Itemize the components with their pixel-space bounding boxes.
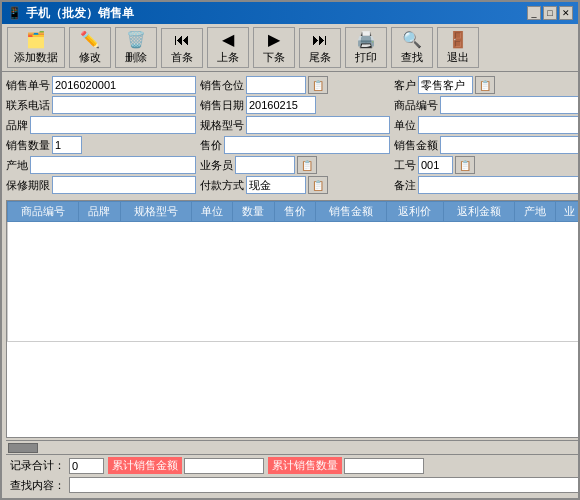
warehouse-label: 销售仓位	[200, 78, 244, 93]
salesperson-label: 业务员	[200, 158, 233, 173]
title-bar-left: 📱 手机（批发）销售单	[7, 5, 134, 22]
cumulative-qty-label: 累计销售数量	[268, 457, 342, 474]
search-bar: 查找内容：	[6, 476, 578, 494]
qty-summary: 累计销售数量	[268, 457, 424, 474]
price-label: 售价	[200, 138, 222, 153]
product-table: 商品编号 品牌 规格型号 单位 数量 售价 销售金额 返利价 返利金额 产地 业	[7, 201, 578, 342]
worker-label: 工号	[394, 158, 416, 173]
worker-input[interactable]	[418, 156, 453, 174]
customer-input[interactable]	[418, 76, 473, 94]
col-brand: 品牌	[79, 202, 121, 222]
next-button[interactable]: ▶ 下条	[253, 27, 295, 68]
total-sales-label: 销售金额	[394, 138, 438, 153]
origin-input[interactable]	[30, 156, 196, 174]
window-title: 手机（批发）销售单	[26, 5, 134, 22]
add-data-button[interactable]: 🗂️ 添加数据	[7, 27, 65, 68]
maximize-button[interactable]: □	[543, 6, 557, 20]
last-icon: ⏭	[312, 31, 328, 49]
total-sales-row: 销售金额	[394, 136, 578, 154]
contact-phone-row: 联系电话	[6, 96, 196, 114]
next-icon: ▶	[268, 30, 280, 49]
unit-input[interactable]	[418, 116, 578, 134]
sales-date-label: 销售日期	[200, 98, 244, 113]
title-bar-controls: _ □ ✕	[527, 6, 573, 20]
first-button[interactable]: ⏮ 首条	[161, 28, 203, 68]
product-number-row: 商品编号	[394, 96, 578, 114]
sales-order-label: 销售单号	[6, 78, 50, 93]
sales-order-row: 销售单号	[6, 76, 196, 94]
contact-phone-input[interactable]	[52, 96, 196, 114]
sales-summary: 累计销售金额	[108, 457, 264, 474]
exit-icon: 🚪	[448, 30, 468, 49]
search-label: 查找	[401, 50, 423, 65]
main-area: 销售单号 联系电话 品牌 销售数量	[2, 72, 578, 498]
col-rebate-amount: 返利金额	[443, 202, 514, 222]
edit-icon: ✏️	[80, 30, 100, 49]
product-number-input[interactable]	[440, 96, 578, 114]
origin-row: 产地	[6, 156, 196, 174]
cumulative-sales-input[interactable]	[184, 458, 264, 474]
close-button[interactable]: ✕	[559, 6, 573, 20]
model-input[interactable]	[246, 116, 390, 134]
remarks-label: 备注	[394, 178, 416, 193]
warranty-input[interactable]	[52, 176, 196, 194]
prev-button[interactable]: ◀ 上条	[207, 27, 249, 68]
price-input[interactable]	[224, 136, 390, 154]
brand-label: 品牌	[6, 118, 28, 133]
salesperson-input[interactable]	[235, 156, 295, 174]
delete-button[interactable]: 🗑️ 删除	[115, 27, 157, 68]
print-button[interactable]: 🖨️ 打印	[345, 27, 387, 68]
price-row: 售价	[200, 136, 390, 154]
search-content-input[interactable]	[69, 477, 578, 493]
salesperson-row: 业务员 📋	[200, 156, 390, 174]
edit-button[interactable]: ✏️ 修改	[69, 27, 111, 68]
horizontal-scrollbar[interactable]	[6, 440, 578, 454]
minimize-button[interactable]: _	[527, 6, 541, 20]
table-header-row: 商品编号 品牌 规格型号 单位 数量 售价 销售金额 返利价 返利金额 产地 业	[8, 202, 579, 222]
next-label: 下条	[263, 50, 285, 65]
warehouse-input[interactable]	[246, 76, 306, 94]
search-icon: 🔍	[402, 30, 422, 49]
brand-input[interactable]	[30, 116, 196, 134]
product-number-label: 商品编号	[394, 98, 438, 113]
title-bar: 📱 手机（批发）销售单 _ □ ✕	[2, 2, 578, 24]
payment-browse-button[interactable]: 📋	[308, 176, 328, 194]
record-total-input[interactable]	[69, 458, 104, 474]
delete-label: 删除	[125, 50, 147, 65]
warehouse-browse-button[interactable]: 📋	[308, 76, 328, 94]
worker-browse-button[interactable]: 📋	[455, 156, 475, 174]
exit-label: 退出	[447, 50, 469, 65]
last-button[interactable]: ⏭ 尾条	[299, 28, 341, 68]
form-left-col: 销售单号 联系电话 品牌 销售数量	[6, 76, 196, 196]
form-area: 销售单号 联系电话 品牌 销售数量	[2, 72, 578, 498]
sales-qty-input[interactable]	[52, 136, 82, 154]
warranty-label: 保修期限	[6, 178, 50, 193]
scrollbar-thumb[interactable]	[8, 443, 38, 453]
col-extra: 业	[556, 202, 578, 222]
cumulative-sales-label: 累计销售金额	[108, 457, 182, 474]
customer-browse-button[interactable]: 📋	[475, 76, 495, 94]
sales-date-input[interactable]	[246, 96, 316, 114]
total-sales-input[interactable]	[440, 136, 578, 154]
exit-button[interactable]: 🚪 退出	[437, 27, 479, 68]
salesperson-browse-button[interactable]: 📋	[297, 156, 317, 174]
sales-qty-row: 销售数量	[6, 136, 196, 154]
warranty-row: 保修期限	[6, 176, 196, 194]
col-sales-amount: 销售金额	[316, 202, 387, 222]
sales-qty-label: 销售数量	[6, 138, 50, 153]
unit-label: 单位	[394, 118, 416, 133]
add-icon: 🗂️	[26, 30, 46, 49]
warehouse-row: 销售仓位 📋	[200, 76, 390, 94]
payment-input[interactable]	[246, 176, 306, 194]
main-window: 📱 手机（批发）销售单 _ □ ✕ 🗂️ 添加数据 ✏️ 修改 🗑️ 删除 ⏮ …	[0, 0, 580, 500]
cumulative-qty-input[interactable]	[344, 458, 424, 474]
search-button[interactable]: 🔍 查找	[391, 27, 433, 68]
sales-order-input[interactable]	[52, 76, 196, 94]
col-product-id: 商品编号	[8, 202, 79, 222]
col-price: 售价	[274, 202, 316, 222]
prev-label: 上条	[217, 50, 239, 65]
remarks-input[interactable]	[418, 176, 578, 194]
unit-row: 单位	[394, 116, 578, 134]
col-model: 规格型号	[120, 202, 191, 222]
sales-date-row: 销售日期	[200, 96, 390, 114]
